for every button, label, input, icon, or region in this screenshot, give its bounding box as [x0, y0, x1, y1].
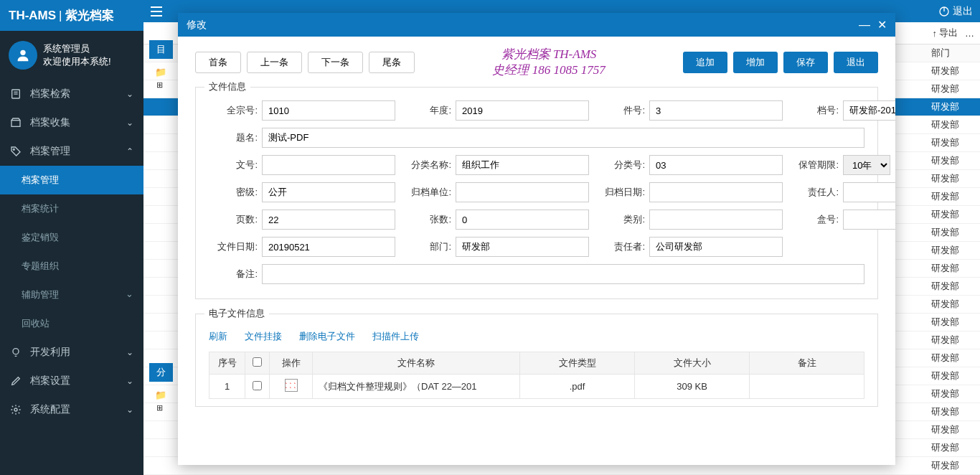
nav-pencil[interactable]: 档案设置⌄: [0, 367, 143, 395]
zrr-field[interactable]: [843, 182, 895, 202]
user-name: 系统管理员: [43, 42, 111, 55]
chevron-up-icon: ⌃: [126, 146, 133, 156]
wh-field[interactable]: [262, 155, 395, 175]
flmc-field[interactable]: [456, 155, 589, 175]
topbar-logout[interactable]: 退出: [938, 5, 973, 18]
file-search-icon: [10, 88, 23, 100]
efile-row[interactable]: 1 《归档文件整理规则》（DAT 22—201 .pdf 309 KB: [209, 375, 864, 399]
efile-table: 序号 操作 文件名称 文件类型 文件大小 备注 1 《归档文件整理规则》（DAT…: [209, 352, 864, 399]
tree-folder-2[interactable]: 📁: [151, 387, 174, 403]
chevron-down-icon: ⌄: [126, 405, 133, 415]
svg-rect-4: [11, 121, 20, 127]
nav-sub-item[interactable]: 档案统计: [0, 194, 143, 223]
hh-field[interactable]: [843, 210, 895, 230]
nav-sub-item[interactable]: 鉴定销毁: [0, 223, 143, 252]
prev-record-button[interactable]: 上一条: [247, 52, 302, 73]
chevron-down-icon: ⌄: [126, 118, 133, 128]
modal-title: 修改: [187, 19, 852, 32]
dh-field[interactable]: [843, 100, 895, 121]
file-icon[interactable]: [285, 379, 298, 392]
append-button[interactable]: 追加: [683, 52, 727, 73]
pencil-icon: [10, 375, 23, 387]
bm-field[interactable]: [456, 237, 589, 257]
nav-sub-item[interactable]: 辅助管理⌄: [0, 281, 143, 309]
flh-field[interactable]: [649, 155, 783, 175]
scan-upload-link[interactable]: 扫描件上传: [372, 330, 419, 343]
svg-point-6: [13, 349, 19, 354]
col-header-dept: 部门: [931, 47, 974, 60]
nav-tag[interactable]: 档案管理⌃: [0, 137, 143, 166]
refresh-link[interactable]: 刷新: [209, 330, 227, 343]
more-button[interactable]: …: [965, 28, 974, 39]
minimize-icon[interactable]: —: [859, 19, 870, 32]
svg-point-5: [13, 149, 14, 150]
lb-field[interactable]: [649, 210, 783, 230]
section1-legend: 文件信息: [204, 80, 250, 93]
user-welcome: 欢迎使用本系统!: [43, 55, 111, 68]
first-record-button[interactable]: 首条: [195, 52, 241, 73]
nav-sub-item[interactable]: 档案管理: [0, 166, 143, 194]
row-checkbox[interactable]: [253, 381, 262, 390]
export-button[interactable]: ↑ 导出: [933, 27, 958, 39]
svg-point-8: [14, 408, 17, 411]
nav-bulb[interactable]: 开发利用⌄: [0, 338, 143, 367]
chevron-down-icon: ⌄: [126, 376, 133, 386]
bz-field[interactable]: [262, 264, 864, 284]
tree-expand-icon-2[interactable]: ⊞: [156, 403, 163, 413]
select-all-checkbox[interactable]: [253, 357, 262, 367]
mj-field[interactable]: [262, 182, 395, 202]
tree-folder[interactable]: 📁: [151, 65, 174, 80]
tree-expand-icon[interactable]: ⊞: [156, 80, 163, 90]
last-record-button[interactable]: 尾条: [369, 52, 415, 73]
file-info-section: 文件信息 全宗号: 年度: 件号: 档号: 题名: 文号: 分类名称: 分类号:…: [195, 87, 878, 299]
zs-field[interactable]: [456, 210, 589, 230]
tab-catalog[interactable]: 目: [149, 40, 173, 59]
brand-text: 紫光档案 TH-AMS 史经理 186 1085 1757: [420, 47, 677, 78]
bgqx-field[interactable]: 10年: [843, 155, 890, 175]
next-record-button[interactable]: 下一条: [308, 52, 363, 73]
tab-group[interactable]: 分: [149, 363, 173, 382]
logo-sep: |: [59, 9, 62, 23]
wjrq-field[interactable]: [262, 237, 395, 257]
close-icon[interactable]: ✕: [877, 18, 887, 32]
chevron-down-icon: ⌄: [126, 347, 133, 357]
logo-name: 紫光档案: [65, 7, 114, 24]
avatar: [9, 41, 37, 70]
ys-field[interactable]: [262, 210, 395, 230]
jh-field[interactable]: [649, 100, 783, 121]
nav-sub-item[interactable]: 专题组织: [0, 252, 143, 281]
nd-field[interactable]: [456, 100, 589, 121]
logo: TH-AMS | 紫光档案: [0, 0, 143, 31]
nav-sub-item[interactable]: 回收站: [0, 309, 143, 338]
gdrq-field[interactable]: [649, 182, 783, 202]
efile-section: 电子文件信息 刷新 文件挂接 删除电子文件 扫描件上传 序号 操作 文件名称 文…: [195, 314, 878, 407]
nav-gear[interactable]: 系统配置⌄: [0, 395, 143, 424]
nav-box[interactable]: 档案收集⌄: [0, 108, 143, 137]
zrz-field[interactable]: [649, 237, 783, 257]
add-button[interactable]: 增加: [733, 52, 778, 73]
box-icon: [10, 117, 23, 128]
tag-icon: [10, 146, 23, 157]
user-block: 系统管理员 欢迎使用本系统!: [0, 31, 143, 80]
gear-icon: [10, 404, 23, 415]
svg-point-0: [20, 50, 25, 55]
tm-field[interactable]: [262, 128, 864, 148]
qzh-field[interactable]: [262, 100, 395, 121]
save-button[interactable]: 保存: [783, 52, 828, 73]
logo-brand: TH-AMS: [9, 9, 56, 23]
exit-button[interactable]: 退出: [834, 52, 878, 73]
delete-efile-link[interactable]: 删除电子文件: [299, 330, 355, 343]
bulb-icon: [10, 347, 23, 358]
chevron-down-icon: ⌄: [126, 89, 133, 99]
menu-toggle-icon[interactable]: [151, 6, 162, 17]
attach-link[interactable]: 文件挂接: [245, 330, 282, 343]
edit-modal: 修改 — ✕ 首条 上一条 下一条 尾条 紫光档案 TH-AMS 史经理 186…: [178, 13, 895, 465]
nav-file-search[interactable]: 档案检索⌄: [0, 80, 143, 108]
gddw-field[interactable]: [456, 182, 589, 202]
modal-header: 修改 — ✕: [178, 13, 895, 37]
section2-legend: 电子文件信息: [204, 307, 269, 320]
sidebar: TH-AMS | 紫光档案 系统管理员 欢迎使用本系统! 档案检索⌄档案收集⌄档…: [0, 0, 143, 475]
